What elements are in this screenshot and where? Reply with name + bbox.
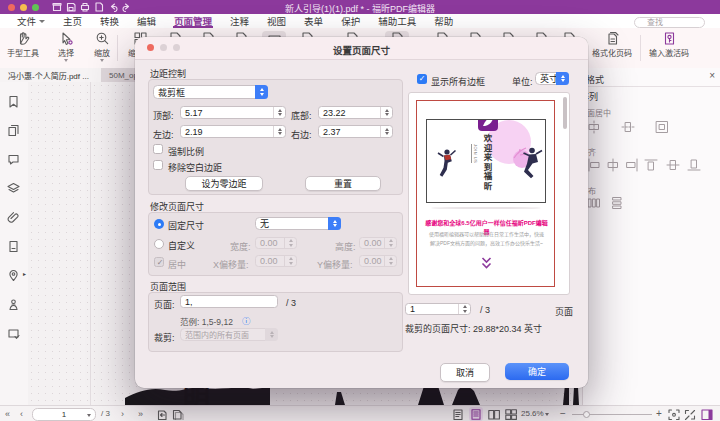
signature-panel-button[interactable] xyxy=(7,297,21,311)
select-tool-button[interactable]: 选择 xyxy=(46,31,86,65)
crop-box-outline[interactable]: 欢迎来到福昕 JOIN US xyxy=(426,119,546,203)
align-top-icon[interactable] xyxy=(644,158,658,172)
unit-label: 单位: xyxy=(512,75,533,88)
places-panel-button[interactable] xyxy=(7,268,21,282)
fixed-size-radio[interactable] xyxy=(154,219,164,229)
redo-icon[interactable] xyxy=(122,2,132,12)
tab-format[interactable]: 格式 xyxy=(586,73,604,86)
stepper-icon[interactable] xyxy=(458,304,470,314)
align-vertical-center-icon[interactable] xyxy=(666,158,680,172)
stepper-icon[interactable] xyxy=(273,107,285,118)
show-all-borders-checkbox[interactable] xyxy=(417,74,427,84)
top-margin-input[interactable]: 5.17 xyxy=(180,106,286,119)
layers-panel-button[interactable] xyxy=(7,181,21,195)
stepper-icon[interactable] xyxy=(380,126,392,137)
panel-toggle-icon[interactable] xyxy=(701,409,713,420)
undo-icon[interactable] xyxy=(108,2,118,12)
single-page-view-icon[interactable] xyxy=(452,409,464,420)
print-icon[interactable] xyxy=(80,2,90,12)
bottom-margin-input[interactable]: 23.22 xyxy=(318,106,393,119)
distribute-horizontal-icon[interactable] xyxy=(587,196,601,210)
unit-select[interactable]: 英寸 xyxy=(535,72,569,85)
page-number-input[interactable]: 1 xyxy=(32,408,96,421)
menu-accessibility[interactable]: 辅助工具 xyxy=(369,14,425,28)
menu-help[interactable]: 帮助 xyxy=(425,14,462,28)
constrain-proportions-label: 强制比例 xyxy=(168,145,204,158)
zoom-slider-knob[interactable] xyxy=(583,411,590,418)
comments-panel-button[interactable] xyxy=(7,152,21,166)
preview-page-input[interactable]: 1 xyxy=(405,303,471,315)
reset-button[interactable]: 重置 xyxy=(305,176,381,191)
format-page-number-button[interactable]: 格式化页码 xyxy=(588,31,636,65)
menu-file[interactable]: 文件 xyxy=(8,14,54,28)
page-range-input[interactable]: 1, xyxy=(180,295,278,308)
hand-tool-button[interactable]: 手型工具 xyxy=(3,31,43,65)
panel-divider xyxy=(583,86,720,87)
center-both-icon[interactable] xyxy=(655,120,669,134)
zero-margins-button[interactable]: 设为零边距 xyxy=(185,176,263,191)
next-view-icon[interactable] xyxy=(172,409,184,420)
location-pin-icon xyxy=(7,269,20,282)
destinations-panel-button[interactable] xyxy=(7,239,21,253)
document-tab-active[interactable]: 冯小惠-个人简历.pdf ... xyxy=(0,68,117,82)
menu-comment[interactable]: 注释 xyxy=(221,14,258,28)
find-input[interactable] xyxy=(634,17,705,28)
remove-white-margins-label: 移除空白边距 xyxy=(168,161,222,174)
zoom-in-icon[interactable]: + xyxy=(656,408,662,419)
menu-convert[interactable]: 转换 xyxy=(91,14,128,28)
align-right-icon[interactable] xyxy=(625,158,639,172)
archive-icon[interactable] xyxy=(52,2,62,12)
hand-icon xyxy=(16,31,31,46)
custom-size-radio[interactable] xyxy=(154,239,164,249)
ok-button[interactable]: 确定 xyxy=(505,363,569,380)
remove-white-margins-checkbox[interactable] xyxy=(153,160,163,170)
menu-protect[interactable]: 保护 xyxy=(332,14,369,28)
next-page-icon[interactable]: › xyxy=(121,409,124,419)
zoom-level-label[interactable]: 25.6% xyxy=(521,409,544,418)
align-bottom-icon[interactable] xyxy=(687,158,701,172)
left-margin-input[interactable]: 2.19 xyxy=(180,125,286,138)
preview-page-unit: 页面 xyxy=(555,305,573,318)
center-vertical-icon[interactable] xyxy=(621,120,635,134)
menu-page-management[interactable]: 页面管理 xyxy=(165,14,221,28)
center-horizontal-icon[interactable] xyxy=(587,120,601,134)
align-left-icon[interactable] xyxy=(587,158,601,172)
attachments-panel-button[interactable] xyxy=(7,210,21,224)
bottom-margin-label: 底部: xyxy=(291,109,312,122)
sidebar-expand-arrow-icon[interactable]: ▸ xyxy=(23,270,26,277)
previous-page-icon[interactable]: ‹ xyxy=(20,409,23,419)
stepper-icon[interactable] xyxy=(380,107,392,118)
fields-panel-button[interactable] xyxy=(7,326,21,340)
bookmarks-panel-button[interactable] xyxy=(7,94,21,108)
right-margin-input[interactable]: 2.37 xyxy=(318,125,393,138)
box-type-select[interactable]: 裁剪框 xyxy=(153,85,268,99)
previous-view-icon[interactable] xyxy=(156,409,168,420)
preview-scrollbar[interactable] xyxy=(563,97,567,129)
continuous-view-button[interactable] xyxy=(469,407,483,421)
new-document-icon[interactable] xyxy=(94,2,104,12)
cancel-button[interactable]: 取消 xyxy=(440,363,490,382)
facing-view-icon[interactable] xyxy=(488,409,500,420)
menu-edit[interactable]: 编辑 xyxy=(128,14,165,28)
last-page-icon[interactable]: » xyxy=(138,409,143,419)
close-panel-icon[interactable]: × xyxy=(709,71,715,81)
facing-continuous-view-icon[interactable] xyxy=(505,409,517,420)
stepper-icon[interactable] xyxy=(273,126,285,137)
fixed-size-select[interactable]: 无 xyxy=(255,217,341,230)
activation-code-button[interactable]: 输入激活码 xyxy=(645,31,693,65)
constrain-proportions-checkbox[interactable] xyxy=(153,144,163,154)
crop-scope-label: 裁剪: xyxy=(154,331,175,344)
first-page-icon[interactable]: « xyxy=(5,409,10,419)
align-horizontal-center-icon[interactable] xyxy=(606,158,620,172)
info-icon[interactable]: ⓘ xyxy=(242,314,251,326)
fit-page-icon[interactable] xyxy=(668,409,680,420)
menu-view[interactable]: 视图 xyxy=(258,14,295,28)
pages-panel-button[interactable] xyxy=(7,123,21,137)
menu-home[interactable]: 主页 xyxy=(54,14,91,28)
menu-form[interactable]: 表单 xyxy=(295,14,332,28)
save-icon[interactable] xyxy=(66,2,76,12)
zoom-out-icon[interactable]: − xyxy=(560,408,566,419)
zoom-tool-button[interactable]: 缩放 xyxy=(82,31,122,65)
fullscreen-icon[interactable] xyxy=(684,409,696,420)
distribute-vertical-icon[interactable] xyxy=(610,196,624,210)
